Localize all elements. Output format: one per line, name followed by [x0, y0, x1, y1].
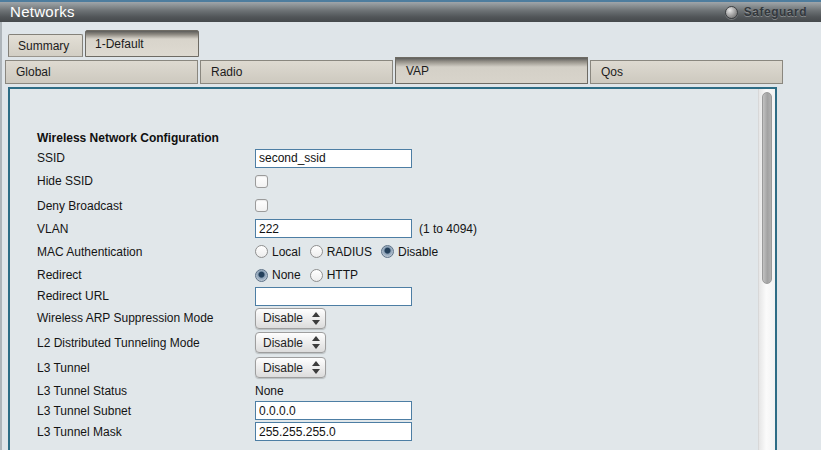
field-row-redirect-url: Redirect URL [37, 286, 737, 306]
arrow-down-icon[interactable] [312, 369, 320, 374]
vlan-label: VLAN [37, 222, 255, 236]
tab-qos[interactable]: Qos [590, 60, 783, 84]
page-title: Networks [0, 2, 75, 22]
field-row-hide-ssid: Hide SSID [37, 169, 737, 193]
radio-http[interactable] [310, 269, 323, 282]
stepper-arrows-icon[interactable] [311, 336, 325, 349]
redirect-url-label: Redirect URL [37, 289, 255, 303]
l3-tunnel-subnet-label: L3 Tunnel Subnet [37, 404, 255, 418]
radio-none[interactable] [255, 269, 268, 282]
arrow-up-icon[interactable] [312, 361, 320, 366]
field-row-l3-tunnel-mask: L3 Tunnel Mask [37, 420, 737, 443]
l3-tunnel-label: L3 Tunnel [37, 361, 255, 375]
field-row-vlan: VLAN (1 to 4094) [37, 218, 737, 239]
l3-tunnel-mask-input[interactable] [255, 422, 412, 441]
safeguard-label: Safeguard [744, 5, 807, 19]
redirect-option-none[interactable]: None [255, 268, 301, 282]
vlan-range-hint: (1 to 4094) [419, 222, 477, 236]
main-tab-bar: Summary 1-Default [8, 30, 199, 57]
mac-auth-option-disable[interactable]: Disable [381, 245, 438, 259]
sub-tab-bar: Global Radio VAP Qos [5, 57, 785, 84]
field-row-l3-tunnel: L3 Tunnel Disable [37, 355, 737, 380]
tab-1-default[interactable]: 1-Default [85, 30, 199, 57]
l3-tunnel-subnet-input[interactable] [255, 401, 412, 420]
redirect-label: Redirect [37, 268, 255, 282]
vlan-input[interactable] [255, 219, 412, 238]
radio-local[interactable] [255, 245, 268, 258]
field-row-l3-tunnel-status: L3 Tunnel Status None [37, 380, 737, 401]
arrow-down-icon[interactable] [312, 344, 320, 349]
mac-auth-option-local[interactable]: Local [255, 245, 301, 259]
tab-summary[interactable]: Summary [8, 34, 83, 57]
l3-tunnel-status-value: None [255, 384, 284, 398]
radio-disable[interactable] [381, 245, 394, 258]
l3-tunnel-mask-label: L3 Tunnel Mask [37, 425, 255, 439]
wireless-network-form: Wireless Network Configuration SSID Hide… [37, 129, 737, 443]
title-bar: Networks Safeguard [0, 0, 821, 22]
l2-tunneling-select[interactable]: Disable [255, 332, 326, 353]
hide-ssid-checkbox[interactable] [255, 175, 268, 188]
radio-radius[interactable] [310, 245, 323, 258]
deny-broadcast-label: Deny Broadcast [37, 199, 255, 213]
tab-global[interactable]: Global [5, 60, 198, 84]
redirect-option-http[interactable]: HTTP [310, 268, 358, 282]
l3-tunnel-select[interactable]: Disable [255, 357, 326, 378]
arp-suppression-select[interactable]: Disable [255, 308, 326, 329]
mac-auth-option-radius[interactable]: RADIUS [310, 245, 372, 259]
arp-suppression-label: Wireless ARP Suppression Mode [37, 311, 255, 325]
field-row-mac-authentication: MAC Authentication Local RADIUS Disable [37, 239, 737, 264]
field-row-l2-tunneling: L2 Distributed Tunneling Mode Disable [37, 330, 737, 355]
hide-ssid-label: Hide SSID [37, 174, 255, 188]
field-row-deny-broadcast: Deny Broadcast [37, 193, 737, 218]
deny-broadcast-checkbox[interactable] [255, 199, 268, 212]
vap-content-panel: Wireless Network Configuration SSID Hide… [8, 87, 777, 450]
redirect-url-input[interactable] [255, 287, 412, 306]
scrollbar-thumb[interactable] [762, 92, 772, 284]
ssid-label: SSID [37, 151, 255, 165]
mac-auth-label: MAC Authentication [37, 245, 255, 259]
tab-vap[interactable]: VAP [395, 57, 588, 84]
stepper-arrows-icon[interactable] [311, 361, 325, 374]
arrow-up-icon[interactable] [312, 312, 320, 317]
field-row-l3-tunnel-subnet: L3 Tunnel Subnet [37, 401, 737, 420]
safeguard-icon [725, 6, 738, 19]
safeguard-brand: Safeguard [725, 5, 821, 19]
vertical-scrollbar[interactable] [758, 89, 775, 450]
ssid-input[interactable] [255, 149, 412, 168]
arrow-down-icon[interactable] [312, 320, 320, 325]
stepper-arrows-icon[interactable] [311, 312, 325, 325]
tab-radio[interactable]: Radio [200, 60, 393, 84]
field-row-ssid: SSID [37, 147, 737, 169]
arrow-up-icon[interactable] [312, 336, 320, 341]
l3-tunnel-status-label: L3 Tunnel Status [37, 384, 255, 398]
field-row-redirect: Redirect None HTTP [37, 264, 737, 286]
window-left-edge [0, 22, 2, 450]
l2-tunneling-label: L2 Distributed Tunneling Mode [37, 336, 255, 350]
field-row-arp-suppression: Wireless ARP Suppression Mode Disable [37, 306, 737, 330]
section-title: Wireless Network Configuration [37, 129, 737, 147]
